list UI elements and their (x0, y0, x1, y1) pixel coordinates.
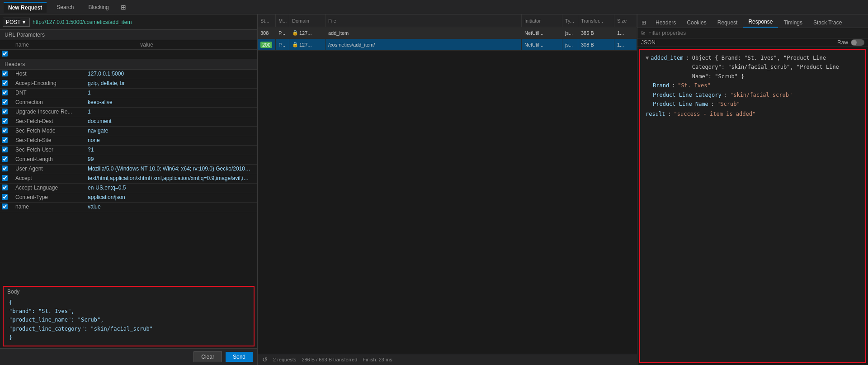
row2-status: 200 (258, 39, 276, 50)
tab-new-request[interactable]: New Request (4, 2, 47, 13)
result-value: "success - item is added" (674, 109, 756, 119)
json-result-line: result : "success - item is added" (646, 109, 860, 119)
tab-headers[interactable]: Headers (650, 18, 681, 28)
row1-size: 1... (614, 27, 637, 38)
header-key: Content-Length (11, 155, 83, 165)
header-value: text/html,application/xhtml+xml,applicat… (83, 174, 257, 184)
header-checkbox[interactable] (2, 99, 8, 105)
collapse-icon[interactable]: ▼ (646, 53, 649, 62)
header-checkbox[interactable] (2, 204, 8, 209)
json-response: ▼ added_item : Object { Brand: "St. Ives… (639, 49, 866, 363)
filter-input[interactable] (648, 30, 864, 36)
header-checkbox[interactable] (2, 185, 8, 190)
header-row: Upgrade-Insecure-Re... 1 (0, 108, 257, 117)
url-input[interactable] (33, 19, 255, 25)
network-panel: St... M... Domain File Initiator Ty... T… (258, 14, 637, 365)
param-checkbox[interactable] (2, 51, 8, 57)
header-row: Accept-Language en-US,en;q=0.5 (0, 184, 257, 193)
tab-stack-trace[interactable]: Stack Trace (808, 18, 847, 28)
row2-transfer: 308 B (578, 39, 614, 50)
send-button[interactable]: Send (226, 352, 253, 362)
added-item-summary: Object { Brand: "St. Ives", "Product Lin… (692, 53, 860, 81)
header-key: Accept (11, 174, 83, 184)
json-pln-line: Product Line Name : "Scrub" (646, 100, 860, 109)
param-value-cell (136, 50, 257, 59)
raw-label: Raw (837, 39, 848, 46)
header-key: Upgrade-Insecure-Re... (11, 108, 83, 117)
tab-request[interactable]: Request (712, 18, 743, 28)
tab-cookies[interactable]: Cookies (681, 18, 712, 28)
col-status: St... (258, 14, 276, 27)
row2-initiator: NetUtil... (522, 39, 562, 50)
json-brand-line: Brand : "St. Ives" (646, 81, 860, 90)
header-checkbox[interactable] (2, 175, 8, 181)
network-footer: ↺ 2 requests 286 B / 693 B transferred F… (258, 354, 637, 365)
header-checkbox[interactable] (2, 71, 8, 76)
body-header: Body (4, 287, 254, 297)
body-line-2: "brand": "St. Ives", (9, 307, 248, 316)
tab-timings[interactable]: Timings (778, 18, 808, 28)
left-panel: POST ▾ URL Parameters name value (0, 14, 258, 365)
method-select[interactable]: POST ▾ (3, 18, 30, 27)
header-checkbox[interactable] (2, 118, 8, 124)
plc-value: "skin/facial_scrub" (730, 90, 792, 100)
header-value: en-US,en;q=0.5 (83, 184, 257, 193)
header-row: Sec-Fetch-User ?1 (0, 146, 257, 155)
toggle-panel-button[interactable]: ⊞ (119, 3, 128, 12)
raw-toggle[interactable]: Raw (837, 39, 864, 46)
header-row: Content-Length 99 (0, 155, 257, 165)
tab-panel-icon[interactable]: ⊞ (637, 18, 650, 28)
clear-button[interactable]: Clear (193, 351, 222, 362)
row1-domain: 🔒 127... (289, 27, 326, 38)
header-row: Accept-Encoding gzip, deflate, br (0, 79, 257, 89)
header-checkbox[interactable] (2, 80, 8, 86)
col-file: File (326, 14, 522, 27)
param-col-name: name (11, 40, 136, 50)
header-checkbox[interactable] (2, 109, 8, 114)
header-value: 127.0.0.1:5000 (83, 70, 257, 79)
header-row: Sec-Fetch-Mode navigate (0, 127, 257, 136)
header-value: gzip, deflate, br (83, 79, 257, 89)
header-checkbox[interactable] (2, 166, 8, 171)
header-row: Sec-Fetch-Dest document (0, 117, 257, 127)
reload-icon: ↺ (262, 356, 268, 363)
tab-response[interactable]: Response (743, 17, 778, 28)
header-value: document (83, 117, 257, 127)
footer-finish: Finish: 23 ms (363, 357, 392, 362)
param-col-value: value (136, 40, 257, 50)
header-value: Mozilla/5.0 (Windows NT 10.0; Win64; x64… (83, 165, 257, 174)
header-key: Accept-Language (11, 184, 83, 193)
header-checkbox[interactable] (2, 90, 8, 95)
headers-section-header: Headers (0, 59, 257, 70)
row1-file: add_item (326, 27, 522, 38)
headers-table: Host 127.0.0.1:5000 Accept-Encoding gzip… (0, 70, 257, 212)
header-row: Content-Type application/json (0, 193, 257, 203)
header-key: DNT (11, 89, 83, 98)
status-200-badge: 200 (260, 42, 272, 48)
url-bar: POST ▾ (0, 14, 257, 30)
network-row-2[interactable]: 200 P... 🔒 127... /cosmetics/add_item/ N… (258, 39, 637, 51)
row2-method: P... (276, 39, 289, 50)
header-value: keep-alive (83, 98, 257, 108)
filter-icon: ⊵ (641, 30, 646, 36)
network-header-row: St... M... Domain File Initiator Ty... T… (258, 14, 637, 27)
header-checkbox[interactable] (2, 147, 8, 152)
header-key: Connection (11, 98, 83, 108)
header-checkbox[interactable] (2, 156, 8, 162)
main-content: POST ▾ URL Parameters name value (0, 14, 868, 365)
network-row-1[interactable]: 308 P... 🔒 127... add_item NetUtil... js… (258, 27, 637, 39)
row2-file: /cosmetics/add_item/ (326, 39, 522, 50)
raw-toggle-switch[interactable] (851, 39, 864, 46)
lock-icon-2: 🔒 (292, 42, 298, 47)
row1-initiator: NetUtil... (522, 27, 562, 38)
body-line-4: "product_line_category": "skin/facial_sc… (9, 325, 248, 333)
header-checkbox[interactable] (2, 194, 8, 200)
tab-blocking[interactable]: Blocking (84, 2, 113, 12)
tab-search[interactable]: Search (52, 2, 78, 12)
header-checkbox[interactable] (2, 137, 8, 143)
body-content: { "brand": "St. Ives", "product_line_nam… (4, 297, 254, 346)
body-line-3: "product_line_name": "Scrub", (9, 316, 248, 324)
header-checkbox[interactable] (2, 128, 8, 133)
top-toolbar: New Request Search Blocking ⊞ (0, 0, 868, 14)
header-row: Host 127.0.0.1:5000 (0, 70, 257, 79)
